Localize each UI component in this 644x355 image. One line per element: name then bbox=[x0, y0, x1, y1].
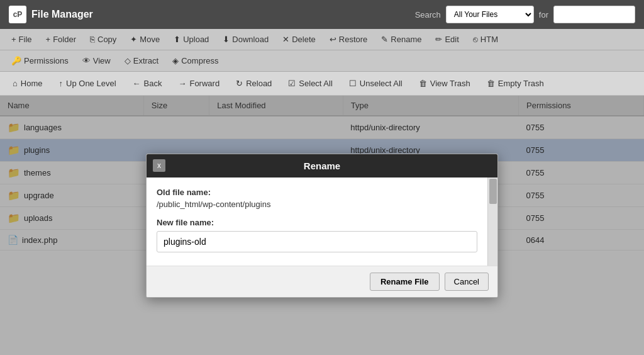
empty-trash-button[interactable]: 🗑Empty Trash bbox=[479, 76, 552, 91]
app-logo: cP File Manager bbox=[9, 6, 93, 23]
edit-icon: ✏ bbox=[435, 35, 442, 44]
reload-icon: ↻ bbox=[236, 79, 243, 88]
modal-close-button[interactable]: x bbox=[153, 159, 165, 172]
html-icon: ⎋ bbox=[473, 35, 478, 44]
trash-icon: 🗑 bbox=[419, 79, 427, 88]
search-area: Search All Your Files for bbox=[415, 6, 635, 23]
upload-button[interactable]: ⬆Upload bbox=[167, 31, 215, 47]
search-label: Search bbox=[415, 10, 441, 20]
rename-file-button[interactable]: Rename File bbox=[370, 273, 440, 291]
old-file-path: /public_html/wp-content/plugins bbox=[157, 200, 487, 209]
key-icon: 🔑 bbox=[11, 56, 21, 65]
header: cP File Manager Search All Your Files fo… bbox=[0, 0, 644, 29]
file-table-container: Name Size Last Modified Type Permissions… bbox=[0, 96, 644, 355]
cancel-button[interactable]: Cancel bbox=[445, 273, 489, 291]
view-button[interactable]: 👁View bbox=[76, 53, 117, 69]
back-button[interactable]: ←Back bbox=[125, 76, 170, 91]
navbar: ⌂Home ↑Up One Level ←Back →Forward ↻Relo… bbox=[0, 72, 644, 96]
scrollbar-thumb bbox=[489, 179, 497, 204]
eye-icon: 👁 bbox=[82, 56, 91, 65]
new-file-label: New file name: bbox=[157, 218, 487, 227]
modal-scrollbar[interactable] bbox=[487, 178, 497, 266]
extract-button[interactable]: ◇Extract bbox=[118, 53, 165, 69]
compress-icon: ◈ bbox=[172, 56, 179, 65]
rename-button[interactable]: ✎Rename bbox=[375, 31, 428, 47]
forward-button[interactable]: →Forward bbox=[170, 76, 227, 91]
toolbar-secondary: 🔑Permissions 👁View ◇Extract ◈Compress bbox=[0, 50, 644, 72]
rename-modal: x Rename Old file name: /public_html/wp-… bbox=[146, 154, 498, 298]
old-file-label-container: Old file name: bbox=[157, 188, 487, 197]
file-button[interactable]: +File bbox=[5, 31, 38, 47]
modal-header: x Rename bbox=[147, 154, 497, 178]
view-trash-button[interactable]: 🗑View Trash bbox=[411, 76, 478, 91]
file-icon: + bbox=[11, 35, 16, 44]
search-input[interactable] bbox=[553, 6, 635, 23]
delete-button[interactable]: ✕Delete bbox=[276, 31, 322, 47]
old-file-label: Old file name: bbox=[157, 188, 211, 197]
home-button[interactable]: ⌂Home bbox=[5, 76, 50, 91]
upload-icon: ⬆ bbox=[174, 35, 180, 44]
checkbox-empty-icon: ☐ bbox=[349, 79, 357, 88]
extract-icon: ◇ bbox=[125, 56, 131, 65]
permissions-button[interactable]: 🔑Permissions bbox=[5, 53, 75, 69]
modal-overlay: x Rename Old file name: /public_html/wp-… bbox=[0, 96, 644, 355]
forward-icon: → bbox=[178, 79, 186, 88]
html-editor-button[interactable]: ⎋HTM bbox=[467, 31, 504, 47]
edit-button[interactable]: ✏Edit bbox=[429, 31, 465, 47]
delete-icon: ✕ bbox=[282, 35, 289, 44]
toolbar-primary: +File +Folder ⎘Copy ✦Move ⬆Upload ⬇Downl… bbox=[0, 29, 644, 50]
rename-icon: ✎ bbox=[381, 35, 388, 44]
unselect-all-button[interactable]: ☐Unselect All bbox=[341, 76, 410, 91]
modal-footer: Rename File Cancel bbox=[147, 266, 497, 297]
main-content: +File +Folder ⎘Copy ✦Move ⬆Upload ⬇Downl… bbox=[0, 29, 644, 355]
download-button[interactable]: ⬇Download bbox=[216, 31, 275, 47]
restore-icon: ↩ bbox=[330, 35, 336, 44]
download-icon: ⬇ bbox=[223, 35, 230, 44]
copy-button[interactable]: ⎘Copy bbox=[84, 31, 123, 47]
move-icon: ✦ bbox=[130, 35, 137, 44]
home-icon: ⌂ bbox=[13, 79, 18, 88]
search-scope-select[interactable]: All Your Files bbox=[446, 6, 534, 23]
up-icon: ↑ bbox=[59, 79, 64, 88]
up-one-level-button[interactable]: ↑Up One Level bbox=[52, 76, 124, 91]
restore-button[interactable]: ↩Restore bbox=[323, 31, 374, 47]
copy-icon: ⎘ bbox=[90, 35, 95, 44]
folder-button[interactable]: +Folder bbox=[40, 31, 82, 47]
checkbox-checked-icon: ☑ bbox=[288, 79, 296, 88]
cpanel-icon: cP bbox=[9, 6, 26, 23]
modal-title: Rename bbox=[304, 161, 340, 171]
modal-body: Old file name: /public_html/wp-content/p… bbox=[147, 178, 497, 266]
select-all-button[interactable]: ☑Select All bbox=[280, 76, 340, 91]
search-for-label: for bbox=[539, 10, 548, 20]
new-filename-input[interactable] bbox=[157, 231, 477, 252]
app-title: File Manager bbox=[31, 9, 93, 20]
back-icon: ← bbox=[133, 79, 141, 88]
reload-button[interactable]: ↻Reload bbox=[228, 76, 279, 91]
compress-button[interactable]: ◈Compress bbox=[166, 53, 225, 69]
empty-trash-icon: 🗑 bbox=[487, 79, 495, 88]
move-button[interactable]: ✦Move bbox=[124, 31, 166, 47]
folder-icon: + bbox=[46, 35, 51, 44]
